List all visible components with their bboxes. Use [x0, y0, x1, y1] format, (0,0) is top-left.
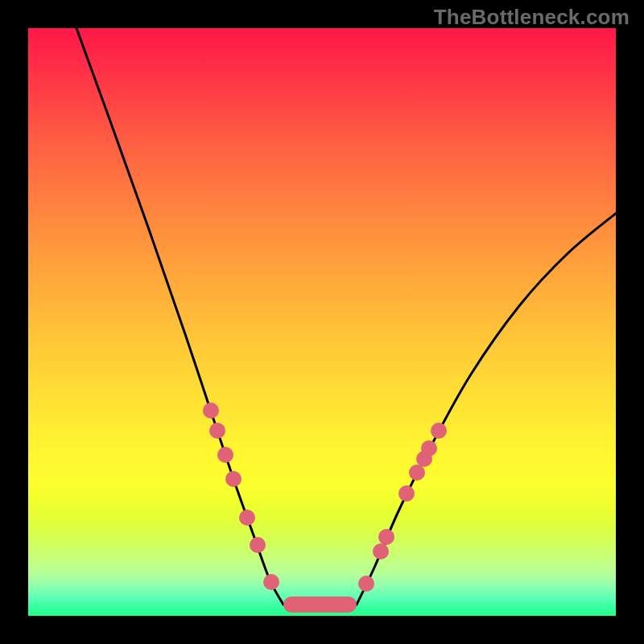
- plot-area: [28, 28, 616, 616]
- curve-right: [357, 213, 616, 605]
- marker-right-3: [398, 485, 415, 502]
- marker-left-1: [209, 423, 225, 439]
- marker-right-7: [431, 423, 447, 439]
- watermark-text: TheBottleneck.com: [434, 5, 630, 30]
- chart-root: TheBottleneck.com: [0, 0, 644, 644]
- marker-left-5: [250, 537, 266, 553]
- curve-layer: [28, 28, 616, 616]
- marker-right-6: [421, 440, 437, 456]
- marker-left-4: [239, 510, 255, 526]
- marker-right-2: [378, 529, 394, 545]
- marker-left-0: [203, 402, 219, 419]
- marker-left-3: [225, 471, 242, 487]
- marker-right-0: [358, 576, 374, 592]
- marker-left-6: [263, 574, 279, 590]
- marker-right-1: [373, 543, 389, 559]
- marker-right-4: [409, 464, 425, 481]
- plateau-marker: [283, 597, 357, 613]
- marker-left-2: [217, 447, 233, 463]
